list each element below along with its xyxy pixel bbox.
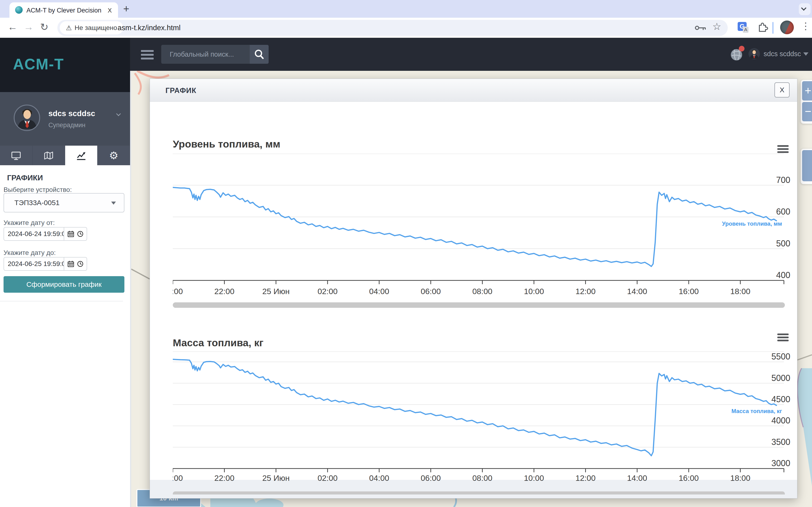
zoom-out-button[interactable]: − (802, 102, 812, 121)
password-key-icon[interactable] (695, 23, 707, 34)
bookmark-star-icon[interactable]: ☆ (712, 21, 721, 32)
x-axis-label: 04:00 (369, 473, 389, 483)
y-axis-label: 4500 (771, 394, 790, 404)
y-axis-label: 5500 (771, 352, 790, 361)
browser-tab-strip: ACM-T by Clever Decision X + (0, 0, 812, 18)
browser-profile-avatar[interactable] (780, 20, 794, 34)
fuel-mass-chart[interactable]: 55005000450040003500300020:0022:0025 Июн… (173, 351, 796, 486)
search-button[interactable] (250, 45, 269, 64)
security-chip-label: Не защищено (74, 24, 117, 32)
x-axis-label: 18:00 (730, 473, 750, 483)
tab-settings[interactable]: ⚙ (98, 146, 130, 165)
profile-avatar (14, 105, 40, 131)
calendar-icon[interactable] (67, 260, 74, 268)
reload-button[interactable]: ↻ (40, 21, 48, 33)
user-menu-caret-icon[interactable] (803, 52, 808, 56)
clock-icon[interactable] (77, 230, 84, 237)
chevron-down-icon[interactable] (116, 111, 121, 116)
chart-line-icon (76, 151, 86, 161)
x-axis-label: 14:00 (627, 473, 647, 483)
y-axis-label: 5000 (771, 373, 790, 383)
chart-title-fuel-mass: Масса топлива, кг (173, 337, 264, 349)
site-favicon-icon (15, 6, 23, 14)
chart-export-menu-icon[interactable] (777, 145, 789, 154)
tab-monitoring[interactable] (0, 146, 33, 165)
app-logo-block: ACM-T (0, 38, 130, 92)
tab-search-button[interactable] (799, 3, 811, 15)
new-tab-button[interactable]: + (123, 3, 129, 15)
translate-icon[interactable]: G A (738, 22, 749, 33)
x-axis-label: 08:00 (472, 287, 492, 296)
clock-icon[interactable] (77, 260, 84, 268)
zoom-in-button[interactable]: + (802, 81, 812, 101)
chart-scrollbar[interactable] (173, 302, 785, 308)
back-button[interactable]: ← (8, 21, 17, 33)
date-from-group (4, 227, 86, 241)
url-text: asm-t.kz/index.html (118, 23, 181, 32)
topbar-username[interactable]: sdcs scddsc (764, 50, 801, 58)
device-select-value: ТЭП33А-0051 (14, 199, 60, 207)
app-topbar: sdcs scddsc (130, 38, 812, 71)
map-lake (798, 368, 812, 486)
caret-down-icon (111, 202, 116, 205)
sidebar-tabs: ⚙ (0, 146, 130, 165)
browser-menu-kebab-icon[interactable]: ⋮ (801, 20, 810, 32)
x-axis-label: 16:00 (679, 287, 699, 296)
panel-close-button[interactable]: X (774, 82, 790, 98)
tab-close-icon[interactable]: X (106, 6, 114, 14)
forward-button[interactable]: → (23, 21, 34, 33)
url-bar[interactable]: ⚠ Не защищено asm-t.kz/index.html ☆ (57, 20, 728, 36)
date-to-group (4, 257, 86, 271)
user-avatar[interactable] (749, 48, 760, 59)
calendar-icon[interactable] (67, 230, 74, 237)
date-to-label: Укажите дату до: (4, 249, 56, 257)
chart-panel: ГРАФИК X Уровень топлива, мм 70060050040… (150, 78, 797, 499)
x-axis-label: 02:00 (317, 287, 338, 296)
global-search-input[interactable] (161, 45, 250, 64)
search-icon (250, 45, 269, 64)
y-axis-label: 3000 (771, 458, 790, 468)
date-to-input[interactable] (4, 257, 64, 271)
section-title: ГРАФИКИ (7, 173, 43, 182)
tab-title: ACM-T by Clever Decision (26, 7, 102, 14)
x-axis-label: 25 Июн (262, 287, 290, 296)
x-axis-label: 16:00 (679, 473, 699, 483)
y-axis-label: 700 (776, 175, 790, 185)
browser-tab[interactable]: ACM-T by Clever Decision X (9, 2, 118, 18)
security-chip[interactable]: ⚠ Не защищено (60, 21, 123, 35)
date-from-input[interactable] (4, 227, 64, 241)
map-road-gray (131, 269, 150, 279)
warning-icon: ⚠ (66, 24, 72, 32)
map-water-small (255, 499, 284, 507)
x-axis-label: 20:00 (173, 473, 183, 483)
y-axis-label: 3500 (771, 437, 790, 447)
series-line[interactable] (173, 359, 776, 456)
divider (0, 301, 123, 301)
map-layers-button[interactable] (802, 150, 812, 181)
global-search (161, 45, 269, 64)
map-extra-control (801, 149, 812, 184)
extensions-puzzle-icon[interactable] (757, 21, 768, 34)
fuel-level-chart[interactable]: 70060050040020:0022:0025 Июн02:0004:0006… (173, 154, 796, 298)
tab-charts[interactable] (65, 146, 98, 165)
x-axis-label: 18:00 (730, 287, 750, 296)
y-axis-label: 500 (776, 239, 790, 248)
device-select[interactable]: ТЭП33А-0051 (4, 193, 124, 213)
x-axis-label: 22:00 (214, 473, 234, 483)
sidebar-toggle-hamburger-icon[interactable] (141, 50, 154, 61)
notifications-globe-icon[interactable] (730, 47, 745, 62)
x-axis-label: 04:00 (369, 287, 389, 296)
sidebar-profile[interactable]: sdcs scddsc Суперадмин (0, 92, 130, 146)
chart-scrollbar[interactable] (173, 492, 785, 495)
series-line[interactable] (173, 187, 776, 267)
panel-header: ГРАФИК X (150, 79, 797, 102)
divider (130, 71, 131, 507)
chart-export-menu-icon[interactable] (777, 334, 789, 343)
tab-map[interactable] (33, 146, 65, 165)
app-logo: ACM-T (13, 55, 64, 73)
x-axis-label: 06:00 (421, 287, 441, 296)
x-axis-label: 12:00 (576, 473, 595, 483)
x-axis-label: 06:00 (421, 473, 441, 483)
sidebar: ACM-T sdcs scddsc Суперадмин (0, 38, 130, 507)
generate-chart-button[interactable]: Сформировать график (4, 276, 124, 293)
